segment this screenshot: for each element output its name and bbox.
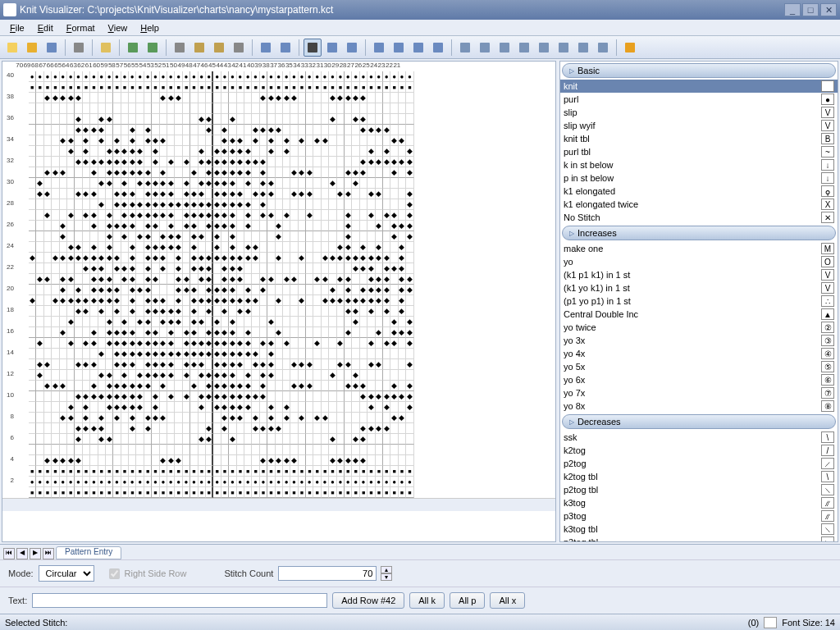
stitch-p2tog[interactable]: p2tog⟋ <box>560 457 838 470</box>
align-left-button[interactable] <box>370 39 388 57</box>
print-button[interactable] <box>70 39 88 57</box>
stitch-k-in-st-below[interactable]: k in st below↓ <box>560 158 838 171</box>
stitch-yo-twice[interactable]: yo twice② <box>560 321 838 334</box>
stitch-(k1-yo-k1)-in-1-st[interactable]: (k1 yo k1) in 1 stV <box>560 281 838 294</box>
redo-button[interactable] <box>144 39 162 57</box>
stitch-central-double-inc[interactable]: Central Double Inc▲ <box>560 308 838 321</box>
svg-rect-27 <box>598 43 608 52</box>
all-k-button[interactable]: All k <box>409 592 445 609</box>
stitch-p3tog[interactable]: p3tog⫽ <box>560 509 838 523</box>
open-button[interactable] <box>23 39 41 57</box>
stitch-symbol: ② <box>821 322 834 333</box>
stitch-yo-5x[interactable]: yo 5x⑤ <box>560 360 838 373</box>
all-x-button[interactable]: All x <box>490 592 525 609</box>
stitch-k1-elongated-twice[interactable]: k1 elongated twiceX <box>560 198 838 211</box>
properties-button[interactable] <box>97 39 115 57</box>
scrollbar-horizontal[interactable] <box>2 498 555 511</box>
menu-edit[interactable]: Edit <box>31 21 60 34</box>
add-row-button[interactable]: Add Row #42 <box>332 592 404 609</box>
stitch-purl-tbl[interactable]: purl tbl~ <box>560 145 838 158</box>
grid-h-button[interactable] <box>594 39 612 57</box>
align-just-button[interactable] <box>429 39 447 57</box>
tab-pattern-entry[interactable]: Pattern Entry <box>56 546 121 559</box>
stitch-(k1-p1-k1)-in-1-st[interactable]: (k1 p1 k1) in 1 stV <box>560 268 838 281</box>
stitch-count-input[interactable] <box>278 566 377 581</box>
grid-d-button[interactable] <box>515 39 533 57</box>
save-button[interactable] <box>43 39 61 57</box>
chart-grid[interactable] <box>29 71 414 498</box>
stitch-yo-3x[interactable]: yo 3x③ <box>560 334 838 347</box>
stitch-p2tog-tbl[interactable]: p2tog tbl⟍ <box>560 483 838 496</box>
grid-e-button[interactable] <box>535 39 553 57</box>
stitch-slip-wyif[interactable]: slip wyifV <box>560 119 838 132</box>
insert-row-button[interactable] <box>343 39 361 57</box>
stitch-k1-elongated[interactable]: k1 elongatedϙ <box>560 185 838 198</box>
stitch-yo-7x[interactable]: yo 7x⑦ <box>560 386 838 399</box>
pencil-button[interactable] <box>621 39 639 57</box>
all-p-button[interactable]: All p <box>450 592 485 609</box>
grid-c-button[interactable] <box>495 39 514 57</box>
grid-f-button[interactable] <box>555 39 573 57</box>
stitch-yo-8x[interactable]: yo 8x⑧ <box>560 399 838 413</box>
mode-select[interactable]: Circular <box>39 565 94 582</box>
paste-button[interactable] <box>210 39 228 57</box>
app-icon <box>3 3 16 16</box>
stitch-slip[interactable]: slipV <box>560 106 838 119</box>
zoom-in-button[interactable] <box>257 39 275 57</box>
undo-button[interactable] <box>124 39 142 57</box>
svg-rect-18 <box>413 43 423 52</box>
stitch-k3tog[interactable]: k3tog⫽ <box>560 496 838 509</box>
stitch-knit[interactable]: knit <box>560 80 838 93</box>
stitch-purl[interactable]: purl● <box>560 93 838 106</box>
grid-a-button[interactable] <box>456 39 474 57</box>
close-button[interactable]: ✕ <box>820 3 837 16</box>
stitch-yo-6x[interactable]: yo 6x⑥ <box>560 373 838 386</box>
stitch-knit-tbl[interactable]: knit tblB <box>560 132 838 145</box>
tab-prev[interactable]: ◀ <box>16 548 28 559</box>
stitch-no-stitch[interactable]: No Stitch✕ <box>560 211 838 224</box>
minimize-button[interactable]: _ <box>784 3 801 16</box>
menu-view[interactable]: View <box>102 21 135 34</box>
grid-g-button[interactable] <box>574 39 592 57</box>
delete-button[interactable] <box>230 39 248 57</box>
stitch-symbol: O <box>821 256 834 267</box>
svg-rect-0 <box>7 43 17 52</box>
group-basic[interactable]: ▷Basic <box>562 63 836 78</box>
align-right-button[interactable] <box>409 39 427 57</box>
align-center-button[interactable] <box>390 39 408 57</box>
tab-last[interactable]: ⏭ <box>43 548 54 559</box>
stitch-ssk[interactable]: ssk\ <box>560 431 838 444</box>
insert-col-button[interactable] <box>323 39 341 57</box>
stitch-count-up[interactable]: ▴ <box>381 566 392 573</box>
new-button[interactable] <box>3 39 21 57</box>
stitch-k3tog-tbl[interactable]: k3tog tbl⟍ <box>560 523 838 536</box>
grid-b-button[interactable] <box>476 39 494 57</box>
menu-format[interactable]: Format <box>60 21 102 34</box>
stitch-count-down[interactable]: ▾ <box>381 573 392 581</box>
group-increases[interactable]: ▷Increases <box>562 226 836 240</box>
stitch-p-in-st-below[interactable]: p in st below↓ <box>560 171 838 185</box>
tab-next[interactable]: ▶ <box>30 548 41 559</box>
stitch-label: yo 5x <box>564 362 821 372</box>
cut-button[interactable] <box>171 39 189 57</box>
tab-first[interactable]: ⏮ <box>3 548 15 559</box>
copy-button[interactable] <box>190 39 208 57</box>
chart-pane[interactable]: 7069686766656463626160595857565554535251… <box>2 61 556 542</box>
stitch-p3tog-tbl[interactable]: p3tog tbl⟍ <box>560 536 838 542</box>
stitch-k2tog[interactable]: k2tog/ <box>560 444 838 457</box>
pointer-button[interactable] <box>304 39 322 57</box>
menu-help[interactable]: Help <box>134 21 166 34</box>
zoom-out-button[interactable] <box>276 39 294 57</box>
maximize-button[interactable]: □ <box>802 3 819 16</box>
stitch-symbol: X <box>821 199 834 210</box>
stitch-yo-4x[interactable]: yo 4x④ <box>560 347 838 360</box>
stitch-yo[interactable]: yoO <box>560 255 838 268</box>
stitch-palette: ▷Basicknitpurl●slipVslip wyifVknit tblBp… <box>559 61 838 542</box>
stitch-k2tog-tbl[interactable]: k2tog tbl\ <box>560 470 838 483</box>
stitch-(p1-yo-p1)-in-1-st[interactable]: (p1 yo p1) in 1 st∴ <box>560 294 838 308</box>
text-input[interactable] <box>32 593 327 608</box>
stitch-make-one[interactable]: make oneM <box>560 242 838 255</box>
menu-file[interactable]: File <box>3 21 31 34</box>
stitch-symbol: ~ <box>821 146 834 158</box>
group-decreases[interactable]: ▷Decreases <box>562 414 836 429</box>
